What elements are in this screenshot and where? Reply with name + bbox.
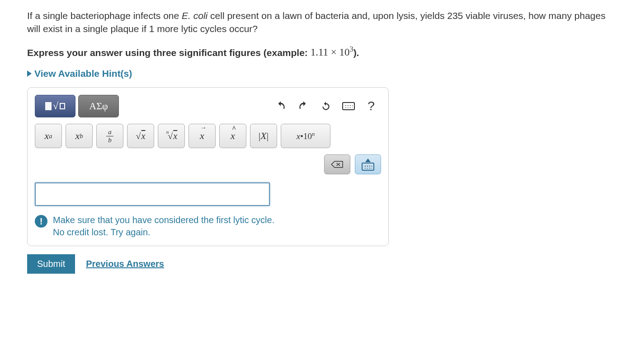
- submit-row: Submit Previous Answers: [27, 254, 614, 274]
- keyboard-icon: [362, 163, 374, 171]
- tab-math-templates[interactable]: √: [35, 95, 75, 117]
- undo-icon: [275, 100, 287, 112]
- caret-right-icon: [27, 70, 32, 77]
- reset-button[interactable]: [316, 96, 336, 116]
- reset-icon: [320, 100, 332, 112]
- toolbar-input-controls: [35, 154, 381, 174]
- example-value: 1.11 × 103: [311, 47, 353, 58]
- toolbar-tabs: √ ΑΣφ ?: [35, 95, 381, 117]
- alert-icon: !: [35, 215, 47, 228]
- answer-input[interactable]: [35, 182, 270, 206]
- backspace-icon: [330, 159, 344, 169]
- superscript-button[interactable]: xa: [35, 124, 62, 148]
- subscript-button[interactable]: xb: [66, 124, 93, 148]
- answer-instruction: Express your answer using three signific…: [27, 46, 614, 59]
- redo-button[interactable]: [293, 96, 313, 116]
- scientific-notation-button[interactable]: x•10n: [281, 124, 330, 148]
- nth-root-button[interactable]: n√x: [158, 124, 185, 148]
- arrow-up-icon: [365, 159, 371, 162]
- backspace-button[interactable]: [324, 154, 350, 174]
- vector-button[interactable]: x: [189, 124, 216, 148]
- help-icon: ?: [368, 99, 375, 113]
- help-button[interactable]: ?: [361, 96, 381, 116]
- keyboard-icon: [342, 102, 355, 110]
- keyboard-shortcuts-button[interactable]: [339, 96, 358, 116]
- unit-vector-button[interactable]: x: [219, 124, 246, 148]
- question-text: If a single bacteriophage infects one E.…: [27, 9, 614, 36]
- redo-icon: [297, 100, 309, 112]
- feedback-line2: No credit lost. Try again.: [53, 226, 274, 238]
- feedback-line1: Make sure that you have considered the f…: [53, 214, 274, 226]
- math-templates-icon: √: [45, 100, 65, 112]
- show-keyboard-button[interactable]: [355, 154, 381, 174]
- sqrt-button[interactable]: √x: [127, 124, 154, 148]
- toolbar-math-ops: xa xb ab √x n√x x x |X| x•10n: [35, 124, 381, 148]
- view-hints-toggle[interactable]: View Available Hint(s): [27, 68, 132, 79]
- undo-button[interactable]: [271, 96, 291, 116]
- answer-panel: √ ΑΣφ ? xa xb ab: [27, 87, 389, 246]
- absolute-value-button[interactable]: |X|: [250, 124, 277, 148]
- tab-greek-letters[interactable]: ΑΣφ: [78, 95, 119, 117]
- feedback-message: ! Make sure that you have considered the…: [35, 214, 381, 238]
- question-italic: E. coli: [182, 10, 207, 21]
- fraction-button[interactable]: ab: [96, 124, 123, 148]
- hints-label: View Available Hint(s): [34, 68, 132, 79]
- submit-button[interactable]: Submit: [27, 254, 75, 274]
- previous-answers-link[interactable]: Previous Answers: [86, 259, 164, 269]
- question-prefix: If a single bacteriophage infects one: [27, 10, 182, 21]
